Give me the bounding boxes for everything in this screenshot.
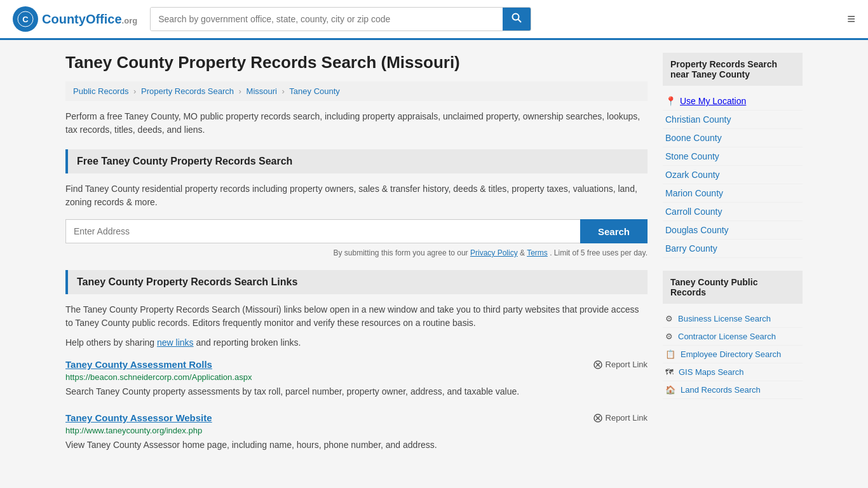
form-disclaimer: By submitting this form you agree to our… — [65, 248, 648, 257]
nearby-county-link[interactable]: Douglas County — [665, 225, 729, 235]
nearby-links: 📍 Use My Location Christian CountyBoone … — [663, 92, 803, 258]
header: C CountyOffice.org ≡ — [0, 0, 868, 40]
nearby-county-link[interactable]: Barry County — [665, 243, 717, 254]
header-search-bar — [150, 7, 531, 31]
svg-line-3 — [519, 20, 522, 23]
search-button[interactable]: Search — [580, 219, 648, 243]
public-record-link-item[interactable]: 🗺 GIS Maps Search — [663, 363, 803, 381]
public-record-link-item[interactable]: ⚙ Business License Search — [663, 310, 803, 328]
record-links: Taney County Assessment Rolls Report Lin… — [65, 359, 648, 452]
record-link-block: Taney County Assessment Rolls Report Lin… — [65, 359, 648, 398]
terms-link[interactable]: Terms — [527, 248, 548, 257]
nearby-county-item[interactable]: Ozark County — [663, 166, 803, 184]
nearby-county-item[interactable]: Marion County — [663, 184, 803, 203]
public-record-icon: 🏠 — [665, 385, 675, 395]
public-record-link-item[interactable]: 🏠 Land Records Search — [663, 381, 803, 399]
record-link-title[interactable]: Taney County Assessor Website — [65, 412, 212, 423]
nearby-county-item[interactable]: Barry County — [663, 240, 803, 258]
record-url: https://beacon.schneidercorp.com/Applica… — [65, 372, 648, 382]
public-record-icon: 📋 — [665, 349, 675, 359]
location-pin-icon: 📍 — [665, 96, 676, 106]
breadcrumb-taney-county[interactable]: Taney County — [289, 86, 340, 96]
header-search-input[interactable] — [151, 8, 503, 30]
nearby-county-link[interactable]: Carroll County — [665, 207, 722, 217]
report-link-button[interactable]: Report Link — [593, 413, 648, 423]
public-record-link-item[interactable]: ⚙ Contractor License Search — [663, 328, 803, 346]
record-link-title[interactable]: Taney County Assessment Rolls — [65, 359, 212, 370]
record-description: View Taney County Assessor home page, in… — [65, 438, 648, 452]
new-links-line: Help others by sharing new links and rep… — [65, 337, 648, 348]
public-records-section-title: Taney County Public Records — [663, 271, 803, 304]
links-description: The Taney County Property Records Search… — [65, 303, 648, 330]
content-area: Taney County Property Records Search (Mi… — [65, 53, 648, 466]
nearby-county-item[interactable]: Boone County — [663, 129, 803, 147]
breadcrumb-public-records[interactable]: Public Records — [73, 86, 128, 96]
report-icon — [593, 414, 602, 423]
use-my-location-item[interactable]: 📍 Use My Location — [663, 92, 803, 111]
page-title: Taney County Property Records Search (Mi… — [65, 53, 648, 72]
public-record-icon: ⚙ — [665, 314, 673, 323]
svg-text:C: C — [22, 15, 29, 24]
nearby-county-link[interactable]: Marion County — [665, 188, 723, 198]
public-record-link[interactable]: Business License Search — [678, 314, 771, 323]
logo-icon: C — [13, 6, 38, 32]
main-wrapper: Taney County Property Records Search (Mi… — [53, 40, 815, 478]
record-url: http://www.taneycounty.org/index.php — [65, 426, 648, 435]
address-input[interactable] — [65, 219, 580, 243]
record-link-header: Taney County Assessment Rolls Report Lin… — [65, 359, 648, 370]
nearby-county-item[interactable]: Christian County — [663, 111, 803, 129]
public-record-link[interactable]: Land Records Search — [681, 385, 761, 395]
public-record-link[interactable]: GIS Maps Search — [679, 367, 744, 377]
links-section-header: Taney County Property Records Search Lin… — [65, 270, 648, 294]
nearby-county-item[interactable]: Douglas County — [663, 221, 803, 240]
privacy-policy-link[interactable]: Privacy Policy — [470, 248, 518, 257]
nearby-county-link[interactable]: Stone County — [665, 151, 719, 161]
use-my-location-link[interactable]: Use My Location — [680, 96, 746, 106]
page-description: Perform a free Taney County, MO public p… — [65, 110, 648, 137]
sidebar: Property Records Search near Taney Count… — [663, 53, 803, 466]
breadcrumb-missouri[interactable]: Missouri — [247, 86, 277, 96]
logo[interactable]: C CountyOffice.org — [13, 6, 137, 32]
nearby-county-item[interactable]: Stone County — [663, 147, 803, 166]
free-search-description: Find Taney County residential property r… — [65, 182, 648, 209]
public-record-link-item[interactable]: 📋 Employee Directory Search — [663, 346, 803, 363]
nearby-county-link[interactable]: Christian County — [665, 114, 731, 125]
nearby-county-link[interactable]: Boone County — [665, 133, 722, 143]
menu-icon[interactable]: ≡ — [847, 11, 855, 27]
report-icon — [593, 360, 602, 369]
nearby-county-link[interactable]: Ozark County — [665, 170, 720, 180]
public-record-icon: 🗺 — [665, 367, 674, 377]
nearby-counties-list: Christian CountyBoone CountyStone County… — [663, 111, 803, 258]
record-link-block: Taney County Assessor Website Report Lin… — [65, 412, 648, 452]
nearby-county-item[interactable]: Carroll County — [663, 203, 803, 221]
record-description: Search Taney County property assessments… — [65, 385, 648, 398]
breadcrumb-property-records-search[interactable]: Property Records Search — [141, 86, 234, 96]
breadcrumb: Public Records › Property Records Search… — [65, 81, 648, 101]
svg-point-2 — [513, 14, 519, 20]
header-search-button[interactable] — [503, 8, 531, 30]
public-record-link[interactable]: Employee Directory Search — [681, 349, 781, 359]
public-record-link[interactable]: Contractor License Search — [678, 332, 776, 341]
address-form: Search — [65, 219, 648, 243]
free-search-header: Free Taney County Property Records Searc… — [65, 149, 648, 173]
new-links-anchor[interactable]: new links — [157, 337, 194, 348]
public-record-icon: ⚙ — [665, 332, 673, 341]
report-link-button[interactable]: Report Link — [593, 360, 648, 369]
nearby-section-title: Property Records Search near Taney Count… — [663, 53, 803, 86]
record-link-header: Taney County Assessor Website Report Lin… — [65, 412, 648, 423]
logo-text: CountyOffice.org — [42, 12, 137, 27]
public-records-links: ⚙ Business License Search ⚙ Contractor L… — [663, 310, 803, 399]
